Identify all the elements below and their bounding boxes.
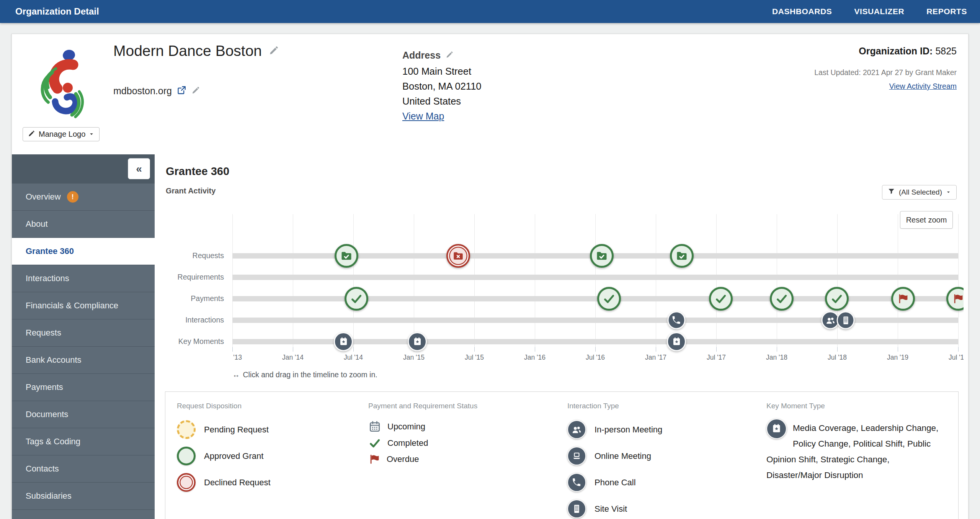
axis-tick-label: Jan '18	[754, 354, 800, 362]
organization-name: Modern Dance Boston	[113, 43, 262, 59]
timeline-marker-key-moment[interactable]	[408, 332, 427, 351]
sidebar-item-bank-accounts[interactable]: Bank Accounts	[12, 346, 155, 373]
timeline-marker-overdue[interactable]	[891, 287, 915, 311]
timeline-marker-declined-request[interactable]	[446, 244, 470, 268]
axis-tick-label: Jan '15	[391, 354, 437, 362]
axis-tick-label: Jan '17	[633, 354, 679, 362]
timeline-marker-approved-request[interactable]	[670, 244, 694, 268]
gridline	[414, 214, 414, 347]
legend-item-pending-request: Pending Request	[177, 420, 368, 439]
sidebar-item-contacts[interactable]: Contacts	[12, 455, 155, 482]
zoom-hint: ↔ Click and drag in the timeline to zoom…	[232, 370, 377, 379]
address-block: Address 100 Main Street Boston, MA 02110…	[402, 48, 482, 125]
gridline	[837, 214, 838, 347]
row-label-requirements: Requirements	[127, 273, 224, 282]
view-map-link[interactable]: View Map	[402, 111, 444, 121]
gridline	[656, 214, 656, 347]
legend-item-overdue: Overdue	[368, 453, 567, 465]
address-line1: 100 Main Street	[402, 64, 482, 79]
gridline	[595, 214, 596, 347]
axis-tick-label: Jan '19	[875, 354, 921, 362]
timeline-marker-completed[interactable]	[345, 287, 368, 311]
timeline-track-requirements	[232, 275, 958, 280]
axis-tick	[353, 347, 354, 352]
timeline-track-payments	[232, 296, 958, 301]
legend-item-label: Overdue	[387, 454, 419, 464]
grant-activity-timeline[interactable]: Jul '13Jan '14Jul '14Jan '15Jul '15Jan '…	[232, 214, 964, 367]
address-line2: Boston, MA 02110	[402, 79, 482, 94]
edit-website-pencil-icon[interactable]	[191, 86, 200, 96]
timeline-marker-completed[interactable]	[770, 287, 794, 311]
sidebar-collapse-button[interactable]: «	[128, 158, 150, 179]
axis-tick	[293, 347, 293, 352]
upcoming-calendar-icon	[368, 420, 381, 433]
timeline-marker-approved-request[interactable]	[335, 244, 358, 268]
legend-item-label: Completed	[387, 438, 428, 448]
legend-item-approved-grant: Approved Grant	[177, 447, 368, 465]
edit-name-pencil-icon[interactable]	[269, 45, 279, 57]
sidebar-item-documents[interactable]: Documents	[12, 401, 155, 428]
legend-section-title: Payment and Requirement Status	[368, 402, 567, 410]
organization-logo	[29, 45, 87, 121]
row-label-interactions: Interactions	[127, 316, 224, 324]
manage-logo-label: Manage Logo	[39, 130, 85, 139]
external-link-icon[interactable]	[176, 85, 187, 97]
axis-tick	[656, 347, 656, 352]
in-person-meeting-icon	[567, 420, 586, 439]
panel-title: Grantee 360	[166, 165, 229, 178]
sidebar: « Overview!AboutGrantee 360InteractionsF…	[12, 154, 155, 519]
view-activity-stream-link[interactable]: View Activity Stream	[889, 82, 957, 90]
sidebar-item-subsidiaries[interactable]: Subsidiaries	[12, 482, 155, 509]
nav-item-dashboards[interactable]: DASHBOARDS	[772, 7, 832, 16]
filter-button[interactable]: (All Selected)	[882, 185, 957, 200]
legend-item-label: Declined Request	[204, 478, 271, 488]
sidebar-item-tags-coding[interactable]: Tags & Coding	[12, 428, 155, 455]
timeline-marker-approved-request[interactable]	[590, 244, 614, 268]
legend-item-in-person-meeting: In-person Meeting	[567, 420, 766, 439]
gridline	[232, 214, 233, 347]
sidebar-item-payments[interactable]: Payments	[12, 373, 155, 401]
timeline-marker-key-moment[interactable]	[667, 332, 686, 351]
legend-item-online-meeting: Online Meeting	[567, 447, 766, 465]
last-updated-text: Last Updated: 2021 Apr 27 by Grant Maker	[814, 68, 957, 77]
legend-item-label: Site Visit	[595, 504, 627, 514]
gridline	[293, 214, 293, 347]
key-moment-types-text: Media Coverage, Leadership Change, Polic…	[766, 420, 946, 483]
legend-item-label: Online Meeting	[595, 451, 651, 461]
legend-section-key-moment-type: Key Moment TypeMedia Coverage, Leadershi…	[766, 402, 958, 519]
timeline-marker-overdue[interactable]	[946, 287, 964, 311]
pencil-icon	[28, 130, 35, 139]
organization-id-value: 5825	[935, 46, 957, 56]
axis-tick-label: Jul '15	[451, 354, 497, 362]
sidebar-item-overview[interactable]: Overview!	[12, 183, 155, 210]
legend-item-upcoming: Upcoming	[368, 420, 567, 433]
sidebar-item-unknown[interactable]	[12, 509, 155, 519]
gridline	[474, 214, 475, 347]
timeline-marker-completed[interactable]	[597, 287, 621, 311]
nav-item-reports[interactable]: REPORTS	[926, 7, 967, 16]
timeline-marker-phone-call[interactable]	[668, 311, 686, 329]
legend-item-label: Phone Call	[595, 478, 636, 488]
legend-section-request-disposition: Request DispositionPending RequestApprov…	[177, 402, 368, 519]
manage-logo-button[interactable]: Manage Logo	[23, 127, 100, 141]
chart-title: Grant Activity	[166, 187, 216, 195]
legend-item-completed: Completed	[368, 437, 567, 450]
edit-address-pencil-icon[interactable]	[446, 53, 454, 60]
nav-item-visualizer[interactable]: VISUALIZER	[854, 7, 904, 16]
gridline	[958, 214, 959, 347]
axis-tick-label: Jul '14	[330, 354, 376, 362]
timeline-marker-completed[interactable]	[709, 287, 733, 311]
axis-tick-label: Jan '16	[512, 354, 558, 362]
timeline-marker-completed[interactable]	[825, 287, 849, 311]
timeline-marker-site-visit[interactable]	[837, 311, 855, 329]
timeline-marker-key-moment[interactable]	[334, 332, 353, 351]
sidebar-item-about[interactable]: About	[12, 210, 155, 237]
legend-item-declined-request: Declined Request	[177, 473, 368, 492]
axis-tick-label: Jul '13	[232, 354, 255, 362]
axis-tick	[535, 347, 535, 352]
row-label-payments: Payments	[127, 294, 224, 303]
axis-tick	[595, 347, 596, 352]
filter-label: (All Selected)	[899, 188, 942, 196]
gridline	[353, 214, 354, 347]
site-visit-icon	[567, 499, 586, 518]
